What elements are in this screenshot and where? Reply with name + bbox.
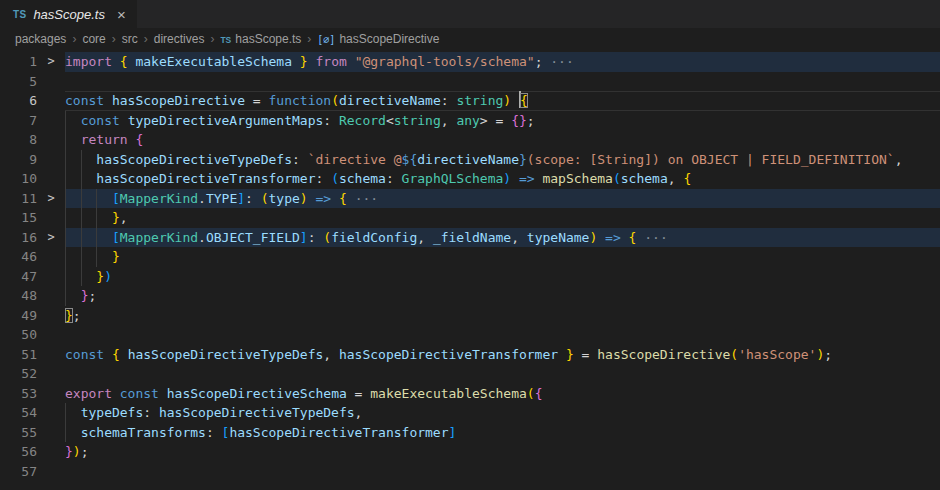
- code-token: (: [261, 191, 269, 206]
- code-token: [112, 54, 120, 69]
- code-line[interactable]: 9 hasScopeDirectiveTypeDefs: `directive …: [0, 150, 940, 170]
- code-token: ;: [73, 308, 81, 323]
- line-number: 11: [0, 189, 37, 209]
- code-line-content[interactable]: export const hasScopeDirectiveSchema = m…: [65, 384, 940, 404]
- code-token: makeExecutableSchema: [135, 54, 292, 69]
- code-token: [120, 113, 128, 128]
- chevron-right-icon: ›: [112, 32, 116, 46]
- breadcrumb-folder[interactable]: src: [122, 32, 138, 46]
- code-token: [65, 210, 112, 225]
- code-editor[interactable]: 1>import { makeExecutableSchema } from "…: [0, 50, 940, 481]
- code-token: (: [527, 386, 535, 401]
- tab-title: hasScope.ts: [33, 7, 105, 22]
- code-token: schemaTransforms: [81, 425, 206, 440]
- line-number: 10: [0, 169, 37, 189]
- code-line-content[interactable]: import { makeExecutableSchema } from "@g…: [65, 52, 940, 72]
- code-line-content[interactable]: hasScopeDirectiveTypeDefs: `directive @$…: [65, 150, 940, 170]
- code-token: any: [456, 113, 479, 128]
- fold-chevron-icon[interactable]: >: [37, 189, 65, 209]
- code-line-content[interactable]: const { hasScopeDirectiveTypeDefs, hasSc…: [65, 345, 940, 365]
- code-token: const: [81, 113, 120, 128]
- fold-chevron-icon[interactable]: >: [37, 228, 65, 248]
- code-line[interactable]: 53export const hasScopeDirectiveSchema =…: [0, 384, 940, 404]
- chevron-right-icon: ›: [210, 32, 214, 46]
- code-token: {: [683, 171, 691, 186]
- code-line[interactable]: 49};: [0, 306, 940, 326]
- fold-gutter: [37, 325, 65, 345]
- breadcrumb-file[interactable]: TShasScope.ts: [220, 32, 301, 46]
- tab-hasscope[interactable]: TS hasScope.ts ×: [0, 0, 138, 28]
- code-line[interactable]: 5: [0, 72, 940, 92]
- code-line[interactable]: 46 }: [0, 247, 940, 267]
- breadcrumb: packages›core›src›directives›TShasScope.…: [0, 28, 940, 50]
- code-line-content[interactable]: };: [65, 306, 940, 326]
- code-token: (: [331, 171, 339, 186]
- code-line-content[interactable]: [65, 325, 940, 345]
- code-line[interactable]: 8 return {: [0, 130, 940, 150]
- code-line[interactable]: 1>import { makeExecutableSchema } from "…: [0, 52, 940, 72]
- line-number: 6: [0, 91, 37, 111]
- code-token: ,: [895, 152, 903, 167]
- code-line-content[interactable]: [65, 364, 940, 384]
- code-token: }: [566, 347, 574, 362]
- code-token: ···: [636, 230, 667, 245]
- code-token: :: [441, 93, 457, 108]
- code-token: hasScopeDirectiveTypeDefs: [128, 347, 324, 362]
- code-line-content[interactable]: schemaTransforms: [hasScopeDirectiveTran…: [65, 423, 940, 443]
- code-token: (: [323, 230, 331, 245]
- code-line-content[interactable]: [MapperKind.OBJECT_FIELD]: (fieldConfig,…: [65, 228, 940, 248]
- code-token: :: [143, 405, 159, 420]
- code-line-content[interactable]: hasScopeDirectiveTransformer: (schema: G…: [65, 169, 940, 189]
- code-token: [65, 405, 81, 420]
- breadcrumb-folder[interactable]: core: [82, 32, 105, 46]
- code-line-content[interactable]: };: [65, 286, 940, 306]
- breadcrumb-symbol[interactable]: [∅]hasScopeDirective: [317, 32, 439, 46]
- code-line[interactable]: 11> [MapperKind.TYPE]: (type) => { ···: [0, 189, 940, 209]
- close-tab-icon[interactable]: ×: [117, 7, 126, 22]
- code-line-content[interactable]: return {: [65, 130, 940, 150]
- code-line[interactable]: 55 schemaTransforms: [hasScopeDirectiveT…: [0, 423, 940, 443]
- breadcrumb-folder[interactable]: directives: [154, 32, 205, 46]
- code-token: ,: [323, 347, 339, 362]
- fold-gutter: [37, 384, 65, 404]
- code-line[interactable]: 16> [MapperKind.OBJECT_FIELD]: (fieldCon…: [0, 228, 940, 248]
- code-line[interactable]: 7 const typeDirectiveArgumentMaps: Recor…: [0, 111, 940, 131]
- code-token: function: [269, 93, 332, 108]
- fold-gutter: [37, 91, 65, 111]
- code-token: hasScopeDirectiveTransformer: [229, 425, 448, 440]
- code-line-content[interactable]: [MapperKind.TYPE]: (type) => { ···: [65, 189, 940, 209]
- code-line[interactable]: 54 typeDefs: hasScopeDirectiveTypeDefs,: [0, 403, 940, 423]
- code-token: ,: [120, 210, 128, 225]
- code-line-content[interactable]: }: [65, 247, 940, 267]
- code-line-content[interactable]: [65, 72, 940, 92]
- code-line-content[interactable]: [65, 462, 940, 482]
- code-line-content[interactable]: const typeDirectiveArgumentMaps: Record<…: [65, 111, 940, 131]
- code-line-content[interactable]: const hasScopeDirective = function(direc…: [65, 91, 940, 111]
- code-token: hasScopeDirectiveTransformer: [339, 347, 558, 362]
- fold-gutter: [37, 111, 65, 131]
- code-line-content[interactable]: }): [65, 267, 940, 287]
- code-line[interactable]: 47 }): [0, 267, 940, 287]
- code-line-content[interactable]: });: [65, 442, 940, 462]
- code-line[interactable]: 50: [0, 325, 940, 345]
- code-token: [347, 54, 355, 69]
- code-line[interactable]: 57: [0, 462, 940, 482]
- code-line-content[interactable]: typeDefs: hasScopeDirectiveTypeDefs,: [65, 403, 940, 423]
- code-token: [65, 171, 96, 186]
- code-line[interactable]: 48 };: [0, 286, 940, 306]
- code-line[interactable]: 10 hasScopeDirectiveTransformer: (schema…: [0, 169, 940, 189]
- fold-chevron-icon[interactable]: >: [37, 52, 65, 72]
- code-token: `directive @: [308, 152, 402, 167]
- code-token: ]: [237, 191, 245, 206]
- code-token: ,: [511, 230, 527, 245]
- breadcrumb-file-name: hasScope.ts: [235, 32, 301, 46]
- code-line[interactable]: 56});: [0, 442, 940, 462]
- fold-gutter: [37, 169, 65, 189]
- code-line[interactable]: 51const { hasScopeDirectiveTypeDefs, has…: [0, 345, 940, 365]
- code-line[interactable]: 15 },: [0, 208, 940, 228]
- line-number: 53: [0, 384, 37, 404]
- code-line[interactable]: 52: [0, 364, 940, 384]
- code-line[interactable]: 6const hasScopeDirective = function(dire…: [0, 91, 940, 111]
- code-line-content[interactable]: },: [65, 208, 940, 228]
- breadcrumb-folder[interactable]: packages: [15, 32, 66, 46]
